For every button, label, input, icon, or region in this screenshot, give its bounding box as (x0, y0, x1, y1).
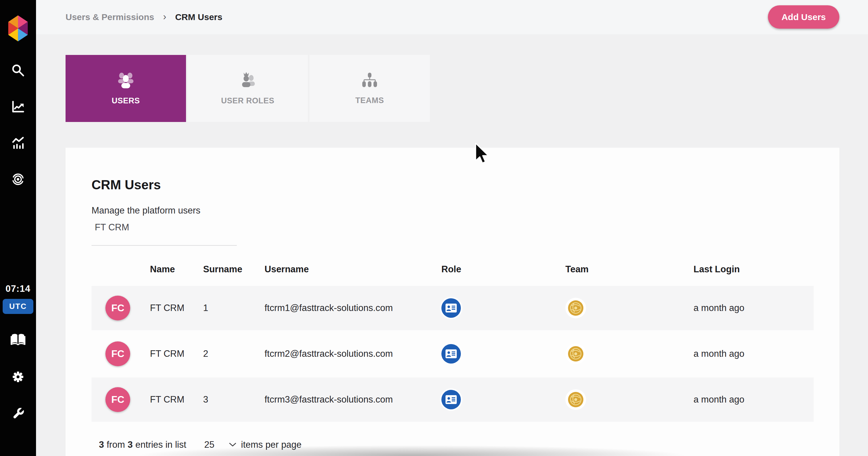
avatar: FC (105, 341, 130, 366)
page-subtitle: Manage the platform users (92, 205, 200, 216)
entries-of-word: from (106, 439, 125, 450)
user-roles-icon (237, 71, 259, 89)
top-bar: Users & Permissions › CRM Users Add User… (36, 0, 868, 34)
tab-users[interactable]: USERS (66, 55, 186, 122)
cell-last-login: a month ago (693, 303, 814, 313)
team-avatar[interactable] (566, 299, 585, 317)
users-group-icon (115, 71, 137, 89)
entries-shown: 3 (99, 439, 104, 450)
cell-username: ftcrm2@fasttrack-solutions.com (265, 348, 441, 359)
brand-logo[interactable] (0, 16, 36, 41)
avatar: FC (105, 296, 130, 321)
target-icon (11, 172, 25, 186)
add-users-button[interactable]: Add Users (768, 5, 839, 29)
tab-user-roles[interactable]: USER ROLES (187, 55, 308, 122)
mouse-cursor (474, 142, 491, 165)
cell-name: FT CRM (150, 303, 203, 313)
page-title: CRM Users (92, 178, 161, 192)
tab-user-roles-label: USER ROLES (221, 96, 275, 105)
col-last-login: Last Login (693, 264, 814, 275)
sidebar-item-search[interactable] (0, 63, 36, 78)
cell-last-login: a month ago (693, 394, 814, 405)
cell-surname: 2 (203, 348, 265, 359)
sidebar-item-analytics[interactable] (0, 136, 36, 150)
team-avatar[interactable] (566, 345, 585, 363)
sidebar-item-settings[interactable] (0, 370, 36, 384)
tab-strip: USERS USER ROLES (66, 55, 430, 122)
cell-name: FT CRM (150, 394, 203, 405)
col-name: Name (150, 264, 203, 275)
crm-users-card: CRM Users Manage the platform users FT C… (66, 148, 839, 456)
col-username: Username (265, 264, 441, 275)
sidebar-clock: 07:14 (6, 283, 30, 294)
role-badge-icon[interactable] (441, 390, 461, 409)
sidebar-item-tools[interactable] (0, 406, 36, 420)
input-underline (92, 245, 237, 246)
sidebar: 07:14 UTC (0, 0, 36, 456)
breadcrumb-current: CRM Users (175, 12, 222, 22)
sidebar-item-performance[interactable] (0, 99, 36, 114)
table-body: FC FT CRM 1 ftcrm1@fasttrack-solutions.c… (92, 286, 814, 423)
table-row[interactable]: FC FT CRM 2 ftcrm2@fasttrack-solutions.c… (92, 332, 814, 376)
avatar: FC (105, 387, 130, 412)
role-badge-icon[interactable] (441, 298, 461, 318)
teams-org-icon (359, 72, 380, 88)
book-icon (11, 333, 25, 346)
cell-surname: 1 (203, 303, 265, 313)
app-window: 07:14 UTC (0, 0, 868, 456)
tab-users-label: USERS (112, 96, 140, 105)
user-filter-input[interactable]: FT CRM (95, 222, 129, 233)
team-avatar[interactable] (566, 390, 585, 409)
cell-surname: 3 (203, 394, 265, 405)
gear-icon (11, 370, 25, 384)
line-chart-icon (11, 99, 25, 114)
breadcrumb-parent[interactable]: Users & Permissions (66, 12, 154, 22)
tab-teams-label: TEAMS (355, 96, 384, 105)
wrench-icon (11, 406, 25, 420)
bottom-edge-shadow (127, 445, 697, 456)
col-team: Team (565, 264, 693, 275)
bar-chart-icon (11, 136, 25, 150)
table-header-row: Name Surname Username Role Team Last Log… (92, 261, 814, 278)
hexagon-logo-icon (6, 16, 30, 41)
search-icon (11, 63, 25, 78)
chevron-right-icon: › (163, 11, 166, 22)
tab-teams[interactable]: TEAMS (309, 55, 430, 122)
role-badge-icon[interactable] (441, 344, 461, 364)
table-row[interactable]: FC FT CRM 3 ftcrm3@fasttrack-solutions.c… (92, 377, 814, 422)
sidebar-item-docs[interactable] (0, 333, 36, 346)
cell-last-login: a month ago (693, 348, 814, 359)
sidebar-item-engage[interactable] (0, 172, 36, 186)
table-row[interactable]: FC FT CRM 1 ftcrm1@fasttrack-solutions.c… (92, 286, 814, 330)
timezone-badge[interactable]: UTC (3, 299, 33, 314)
cell-username: ftcrm3@fasttrack-solutions.com (265, 394, 441, 405)
cell-name: FT CRM (150, 348, 203, 359)
col-surname: Surname (203, 264, 265, 275)
breadcrumb: Users & Permissions › CRM Users (66, 0, 222, 34)
col-role: Role (441, 264, 565, 275)
cell-username: ftcrm1@fasttrack-solutions.com (265, 303, 441, 313)
